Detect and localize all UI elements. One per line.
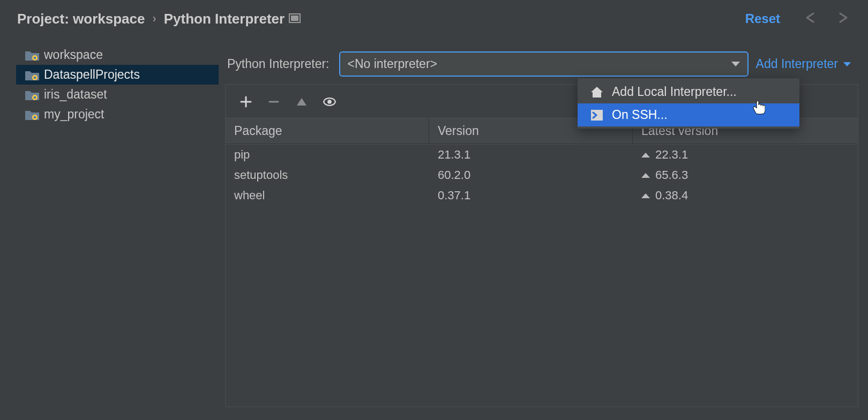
upgrade-available-icon [641,153,650,158]
breadcrumb-separator-icon: › [152,12,156,26]
table-row[interactable]: pip 21.3.1 22.3.1 [226,145,858,165]
svg-point-11 [327,100,332,104]
cell-version: 0.37.1 [429,185,633,206]
home-icon [590,86,603,98]
upgrade-available-icon [641,173,650,178]
svg-point-3 [34,56,36,59]
add-interpreter-popup: Add Local Interpreter... On SSH... [578,78,799,129]
interpreter-dropdown-value: <No interpreter> [348,57,437,71]
cell-latest: 22.3.1 [633,145,858,165]
latest-version-value: 0.38.4 [655,189,688,202]
table-row[interactable]: setuptools 60.2.0 65.6.3 [226,165,858,185]
project-tree: workspace DataspellProjects iris_dataset… [16,45,219,407]
tree-item-my-project[interactable]: my_project [16,104,219,124]
cell-package: wheel [226,185,429,206]
cell-package: setuptools [226,165,429,185]
popup-item-label: Add Local Interpreter... [612,85,737,99]
tree-item-workspace[interactable]: workspace [16,45,219,65]
add-interpreter-button[interactable]: Add Interpreter [756,57,851,71]
latest-version-value: 65.6.3 [655,168,688,182]
terminal-icon [590,109,603,121]
svg-point-5 [34,76,36,79]
tree-item-label: DataspellProjects [44,68,140,82]
popup-on-ssh[interactable]: On SSH... [578,103,799,126]
reset-button[interactable]: Reset [745,11,780,26]
svg-point-9 [34,116,36,118]
breadcrumb-current: Python Interpreter [164,11,285,27]
tree-item-label: iris_dataset [44,87,107,102]
breadcrumb: Project: workspace › Python Interpreter [17,11,301,27]
popup-add-local[interactable]: Add Local Interpreter... [578,80,799,103]
cell-version: 60.2.0 [429,165,633,185]
remove-package-button [267,95,280,108]
chevron-down-icon [731,62,740,66]
python-folder-icon [25,88,40,101]
upgrade-available-icon [641,193,650,198]
interpreter-dropdown[interactable]: <No interpreter> [339,51,749,77]
python-folder-icon [25,69,40,81]
python-folder-icon [25,108,40,121]
python-folder-icon [25,49,40,62]
upgrade-package-button [295,95,308,108]
tree-item-iris-dataset[interactable]: iris_dataset [16,85,219,104]
chevron-down-icon [843,62,851,66]
svg-rect-1 [291,16,298,21]
tree-item-label: workspace [44,48,103,62]
settings-header: Project: workspace › Python Interpreter … [0,0,868,38]
show-early-releases-button[interactable] [323,95,336,108]
cell-version: 21.3.1 [429,145,633,165]
interpreter-label: Python Interpreter: [227,57,330,71]
tree-item-label: my_project [44,107,104,122]
svg-point-7 [34,96,36,99]
packages-table-body: pip 21.3.1 22.3.1 setuptools 60.2.0 65.6… [225,145,858,407]
cell-latest: 0.38.4 [633,185,858,206]
cell-latest: 65.6.3 [633,165,858,185]
separate-window-icon[interactable] [289,12,301,26]
nav-forward-icon [832,10,854,28]
column-header-package[interactable]: Package [226,118,429,144]
add-package-button[interactable] [240,95,252,108]
breadcrumb-project[interactable]: Project: workspace [17,11,145,27]
latest-version-value: 22.3.1 [655,148,688,162]
nav-back-icon [799,10,822,28]
cursor-icon [752,100,765,118]
table-row[interactable]: wheel 0.37.1 0.38.4 [226,185,858,206]
cell-package: pip [226,145,429,165]
popup-item-label: On SSH... [612,108,668,122]
interpreter-panel: Python Interpreter: <No interpreter> Add… [225,45,858,407]
add-interpreter-label: Add Interpreter [756,57,838,71]
tree-item-dataspellprojects[interactable]: DataspellProjects [16,65,219,85]
